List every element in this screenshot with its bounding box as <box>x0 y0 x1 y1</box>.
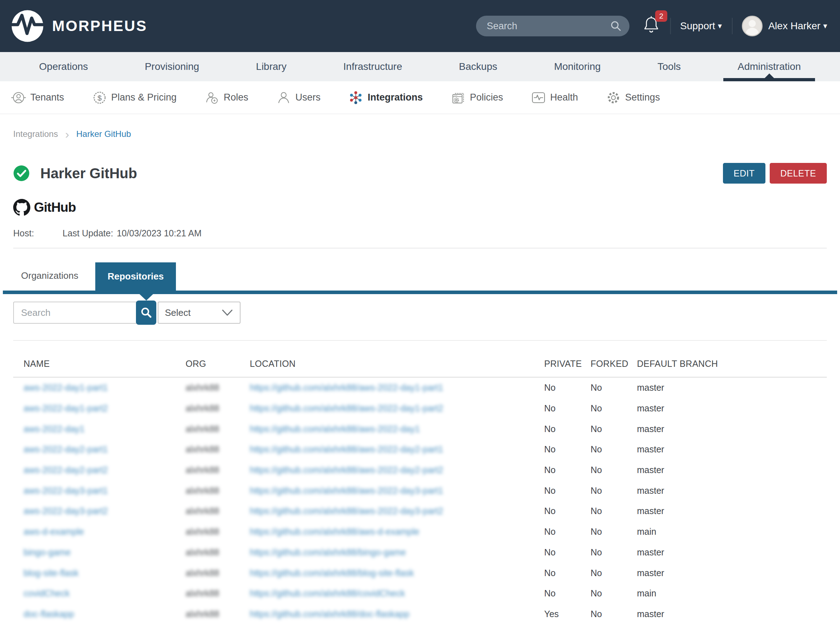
repo-location-link[interactable]: https://github.com/alxhrk88/aws-2022-day… <box>250 485 544 496</box>
repo-private: No <box>544 444 590 454</box>
repo-name-link[interactable]: aws-2022-day3-part2 <box>13 506 185 516</box>
subnav-policies[interactable]: Policies <box>451 90 503 105</box>
repo-location-link[interactable]: https://github.com/alxhrk88/aws-2022-day… <box>250 424 544 434</box>
table-row: blog-site-flask alxhrk88 https://github.… <box>13 563 827 583</box>
repo-org: alxhrk88 <box>185 465 250 475</box>
breadcrumb-current[interactable]: Harker GitHub <box>76 129 131 139</box>
subnav-integrations[interactable]: Integrations <box>348 90 423 105</box>
page-header: Harker GitHub EDIT DELETE <box>13 160 827 186</box>
chevron-right-icon: › <box>65 130 69 138</box>
nav-library[interactable]: Library <box>242 52 301 81</box>
nav-administration[interactable]: Administration <box>723 52 815 81</box>
repo-default-branch: master <box>637 506 827 516</box>
repo-private: No <box>544 403 590 413</box>
col-default-branch: DEFAULT BRANCH <box>637 358 827 369</box>
repo-org: alxhrk88 <box>185 485 250 496</box>
breadcrumb-integrations[interactable]: Integrations <box>13 129 58 139</box>
tab-repositories[interactable]: Repositories <box>95 262 176 291</box>
tab-organizations[interactable]: Organizations <box>13 270 86 291</box>
repo-private: No <box>544 547 590 557</box>
repo-location-link[interactable]: https://github.com/alxhrk88/blog-site-fl… <box>250 568 544 578</box>
repo-private: No <box>544 382 590 393</box>
repo-default-branch: master <box>637 403 827 413</box>
col-name: NAME <box>13 358 185 369</box>
subnav-roles[interactable]: Roles <box>204 90 248 105</box>
col-org: ORG <box>185 358 250 369</box>
nav-backups[interactable]: Backups <box>444 52 511 81</box>
repo-name-link[interactable]: aws-2022-day1-part2 <box>13 403 185 413</box>
divider <box>732 18 733 34</box>
repo-private: Yes <box>544 609 590 619</box>
divider <box>670 18 671 34</box>
repo-search-button[interactable] <box>136 300 156 325</box>
svg-text:$: $ <box>97 94 102 102</box>
nav-operations[interactable]: Operations <box>25 52 102 81</box>
col-forked: FORKED <box>590 358 637 369</box>
avatar[interactable] <box>742 16 763 36</box>
meta-row: Host: Last Update: 10/03/2023 10:21 AM <box>13 228 827 238</box>
integrations-icon <box>348 90 363 105</box>
last-update-label: Last Update: <box>63 228 113 238</box>
chevron-down-icon: ▾ <box>718 21 722 30</box>
repo-name-link[interactable]: aws-2022-day2-part1 <box>13 444 185 454</box>
nav-infrastructure[interactable]: Infrastructure <box>329 52 416 81</box>
active-nav-underline <box>723 78 815 81</box>
repo-location-link[interactable]: https://github.com/alxhrk88/bingo-game <box>250 547 544 557</box>
repo-default-branch: master <box>637 382 827 393</box>
repo-name-link[interactable]: aws-2022-day2-part2 <box>13 465 185 475</box>
subnav-tenants[interactable]: Tenants <box>11 90 64 105</box>
repo-name-link[interactable]: bingo-game <box>13 547 185 557</box>
search-icon <box>140 307 152 319</box>
repo-default-branch: master <box>637 609 827 619</box>
repo-default-branch: master <box>637 465 827 475</box>
repo-location-link[interactable]: https://github.com/alxhrk88/aws-d-exampl… <box>250 527 544 537</box>
roles-icon <box>204 90 220 105</box>
repo-name-link[interactable]: blog-site-flask <box>13 568 185 578</box>
table-row: aws-2022-day3-part2 alxhrk88 https://git… <box>13 501 827 521</box>
repo-default-branch: main <box>637 588 827 599</box>
repo-name-link[interactable]: doc-flaskapp <box>13 609 185 619</box>
repo-name-link[interactable]: aws-d-example <box>13 527 185 537</box>
repo-location-link[interactable]: https://github.com/alxhrk88/aws-2022-day… <box>250 465 544 475</box>
repo-org: alxhrk88 <box>185 424 250 434</box>
subnav-settings[interactable]: Settings <box>606 90 660 105</box>
repo-name-link[interactable]: covidCheck <box>13 588 185 599</box>
user-menu[interactable]: Alex Harker ▾ <box>768 20 827 32</box>
repo-name-link[interactable]: aws-2022-day3-part1 <box>13 485 185 496</box>
nav-provisioning[interactable]: Provisioning <box>130 52 214 81</box>
repo-forked: No <box>590 424 637 434</box>
filter-select[interactable]: Select <box>158 302 240 324</box>
repo-org: alxhrk88 <box>185 403 250 413</box>
notifications-button[interactable]: 2 <box>643 16 659 36</box>
repo-location-link[interactable]: https://github.com/alxhrk88/covidCheck <box>250 588 544 599</box>
repo-location-link[interactable]: https://github.com/alxhrk88/aws-2022-day… <box>250 506 544 516</box>
admin-subnav: Tenants $ Plans & Pricing Roles Users <box>0 81 840 114</box>
subnav-users[interactable]: Users <box>276 90 321 105</box>
repo-default-branch: master <box>637 424 827 434</box>
repo-location-link[interactable]: https://github.com/alxhrk88/aws-2022-day… <box>250 382 544 393</box>
repo-location-link[interactable]: https://github.com/alxhrk88/aws-2022-day… <box>250 444 544 454</box>
delete-button[interactable]: DELETE <box>770 163 827 183</box>
nav-tools[interactable]: Tools <box>644 52 695 81</box>
table-row: aws-2022-day3-part1 alxhrk88 https://git… <box>13 480 827 501</box>
repo-name-link[interactable]: aws-2022-day1-part1 <box>13 382 185 393</box>
repo-org: alxhrk88 <box>185 588 250 599</box>
morpheus-logo[interactable]: MORPHEUS <box>11 9 148 43</box>
nav-monitoring[interactable]: Monitoring <box>540 52 615 81</box>
repo-forked: No <box>590 444 637 454</box>
global-search-input[interactable] <box>476 16 630 36</box>
repo-location-link[interactable]: https://github.com/alxhrk88/doc-flaskapp <box>250 609 544 619</box>
repo-org: alxhrk88 <box>185 382 250 393</box>
repo-location-link[interactable]: https://github.com/alxhrk88/aws-2022-day… <box>250 403 544 413</box>
repo-search-input[interactable] <box>13 302 137 324</box>
repo-name-link[interactable]: aws-2022-day1 <box>13 424 185 434</box>
repo-forked: No <box>590 506 637 516</box>
support-menu[interactable]: Support ▾ <box>680 20 722 32</box>
repo-forked: No <box>590 465 637 475</box>
subnav-health[interactable]: Health <box>531 90 578 105</box>
edit-button[interactable]: EDIT <box>723 163 765 183</box>
active-nav-caret <box>765 74 774 78</box>
repo-forked: No <box>590 403 637 413</box>
subnav-plans-pricing[interactable]: $ Plans & Pricing <box>92 90 177 105</box>
integration-type-logo: GitHub <box>13 199 827 216</box>
